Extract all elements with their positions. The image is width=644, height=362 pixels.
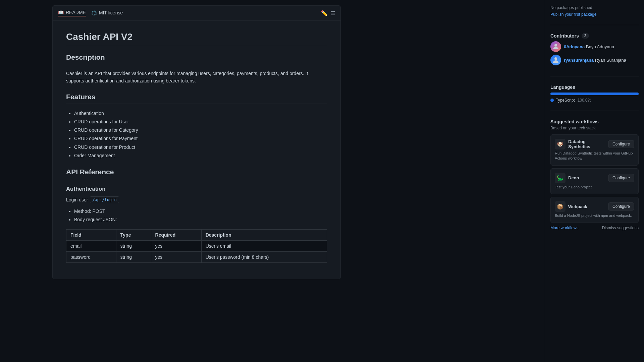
readme-area: 📖 README ⚖️ MIT license ✏️ ☰ xyxy=(47,0,545,362)
contributors-count-badge: 2 xyxy=(582,33,589,39)
api-table-body: email string yes User's email password s… xyxy=(66,241,327,263)
content-wrapper: 📖 README ⚖️ MIT license ✏️ ☰ xyxy=(47,0,644,362)
configure-deno-button[interactable]: Configure xyxy=(608,174,634,182)
cell-type: string xyxy=(116,252,151,263)
workflow-name: Webpack xyxy=(568,204,587,209)
sidebar: No packages published Publish your first… xyxy=(545,0,644,362)
cell-type: string xyxy=(116,241,151,252)
cell-description: User's email xyxy=(201,241,327,252)
suggested-workflows-sub: Based on your tech stack xyxy=(550,126,639,130)
more-workflows-link[interactable]: More workflows xyxy=(550,226,578,230)
workflow-card-info: 🐶 Datadog Synthetics xyxy=(555,139,608,149)
readme-tab-icon: 📖 xyxy=(58,10,64,15)
readme-header: 📖 README ⚖️ MIT license ✏️ ☰ xyxy=(53,6,340,21)
cell-required: yes xyxy=(151,241,201,252)
avatar xyxy=(550,41,561,52)
list-item: CRUD operations for Product xyxy=(74,143,327,152)
suggested-workflows-section: Suggested workflows Based on your tech s… xyxy=(550,119,639,238)
language-percent: 100.0% xyxy=(578,98,591,103)
menu-icon[interactable]: ☰ xyxy=(330,10,335,16)
description-text: Cashier is an API that provides various … xyxy=(66,70,327,85)
contributors-section: Contributors 2 0Adnyana Bayu Adnyana xyxy=(550,33,639,76)
workflow-description: Build a NodeJS project with npm and webp… xyxy=(555,213,634,218)
workflow-card-header: 📦 Webpack Configure xyxy=(555,201,634,212)
list-item: CRUD operations for Category xyxy=(74,126,327,134)
languages-bar xyxy=(550,93,639,95)
login-user-text: Login user xyxy=(66,197,88,202)
workflow-name: Datadog Synthetics xyxy=(568,139,608,149)
language-item: TypeScript 100.0% xyxy=(550,98,639,103)
workflow-name: Deno xyxy=(568,175,579,180)
login-user-line: Login user /api/login xyxy=(66,196,327,203)
list-item: CRUD operations for User xyxy=(74,118,327,126)
contributor-item: ryansuranjana Ryan Suranjana xyxy=(550,55,639,65)
authentication-heading: Authentication xyxy=(66,186,327,192)
workflow-card-header: 🐶 Datadog Synthetics Configure xyxy=(555,139,634,149)
tab-readme[interactable]: 📖 README xyxy=(58,10,86,16)
workflow-card-webpack: 📦 Webpack Configure Build a NodeJS proje… xyxy=(550,197,639,223)
avatar xyxy=(550,55,561,65)
dismiss-suggestions-link[interactable]: Dismiss suggestions xyxy=(602,226,639,230)
main-content: 📖 README ⚖️ MIT license ✏️ ☰ xyxy=(0,0,644,362)
cell-required: yes xyxy=(151,252,201,263)
readme-body: Cashier API V2 Description Cashier is an… xyxy=(53,21,340,279)
cell-field: password xyxy=(66,252,116,263)
no-packages-text: No packages published xyxy=(550,5,639,10)
readme-tab-label: README xyxy=(66,10,86,15)
cell-description: User's password (min 8 chars) xyxy=(201,252,327,263)
publish-first-package-link[interactable]: Publish your first package xyxy=(550,12,596,17)
datadog-logo: 🐶 xyxy=(555,139,566,149)
col-description: Description xyxy=(201,230,327,241)
configure-webpack-button[interactable]: Configure xyxy=(608,202,634,210)
license-tab-label: MIT license xyxy=(99,10,123,15)
api-table-head: Field Type Required Description xyxy=(66,230,327,241)
workflow-card-header: 🦕 Deno Configure xyxy=(555,173,634,183)
deno-logo: 🦕 xyxy=(555,173,566,183)
col-type: Type xyxy=(116,230,151,241)
packages-section: No packages published Publish your first… xyxy=(550,5,639,25)
features-heading: Features xyxy=(66,93,327,104)
features-list: Authentication CRUD operations for User … xyxy=(66,109,327,160)
readme-title: Cashier API V2 xyxy=(66,32,327,45)
tab-license[interactable]: ⚖️ MIT license xyxy=(91,10,123,16)
language-name: TypeScript xyxy=(556,98,575,103)
api-reference-heading: API Reference xyxy=(66,168,327,179)
languages-section: Languages TypeScript 100.0% xyxy=(550,84,639,111)
contributor-item: 0Adnyana Bayu Adnyana xyxy=(550,41,639,52)
table-header-row: Field Type Required Description xyxy=(66,230,327,241)
method-list: Method: POST Body request JSON: xyxy=(66,207,327,224)
method-item: Method: POST xyxy=(74,207,327,216)
webpack-logo: 📦 xyxy=(555,201,566,212)
list-item: Authentication xyxy=(74,109,327,118)
workflow-description: Run Datadog Synthetic tests within your … xyxy=(555,151,634,161)
language-dot xyxy=(550,99,554,102)
workflow-card-datadog: 🐶 Datadog Synthetics Configure Run Datad… xyxy=(550,134,639,166)
table-row: email string yes User's email xyxy=(66,241,327,252)
body-request-item: Body request JSON: xyxy=(74,216,327,224)
license-tab-icon: ⚖️ xyxy=(91,10,97,15)
cell-field: email xyxy=(66,241,116,252)
workflow-card-info: 🦕 Deno xyxy=(555,173,579,183)
contributor-fullname: Bayu Adnyana xyxy=(586,44,614,49)
col-field: Field xyxy=(66,230,116,241)
contributor-username[interactable]: ryansuranjana xyxy=(564,58,594,63)
workflow-card-info: 📦 Webpack xyxy=(555,201,587,212)
contributor-fullname: Ryan Suranjana xyxy=(595,58,626,63)
description-heading: Description xyxy=(66,53,327,64)
languages-heading: Languages xyxy=(550,84,639,90)
readme-actions: ✏️ ☰ xyxy=(321,10,335,16)
configure-datadog-button[interactable]: Configure xyxy=(608,140,634,148)
readme-tabs: 📖 README ⚖️ MIT license xyxy=(58,10,123,16)
edit-icon[interactable]: ✏️ xyxy=(321,10,328,16)
workflow-footer: More workflows Dismiss suggestions xyxy=(550,226,639,230)
svg-point-0 xyxy=(554,44,557,47)
col-required: Required xyxy=(151,230,201,241)
api-table: Field Type Required Description email st… xyxy=(66,229,327,263)
contributor-username[interactable]: 0Adnyana xyxy=(564,44,585,49)
readme-container: 📖 README ⚖️ MIT license ✏️ ☰ xyxy=(52,5,341,279)
svg-point-1 xyxy=(554,57,557,60)
workflow-card-deno: 🦕 Deno Configure Test your Deno project xyxy=(550,168,639,194)
list-item: CRUD operations for Payment xyxy=(74,134,327,143)
suggested-workflows-title: Suggested workflows xyxy=(550,119,639,124)
contributors-heading: Contributors 2 xyxy=(550,33,639,39)
